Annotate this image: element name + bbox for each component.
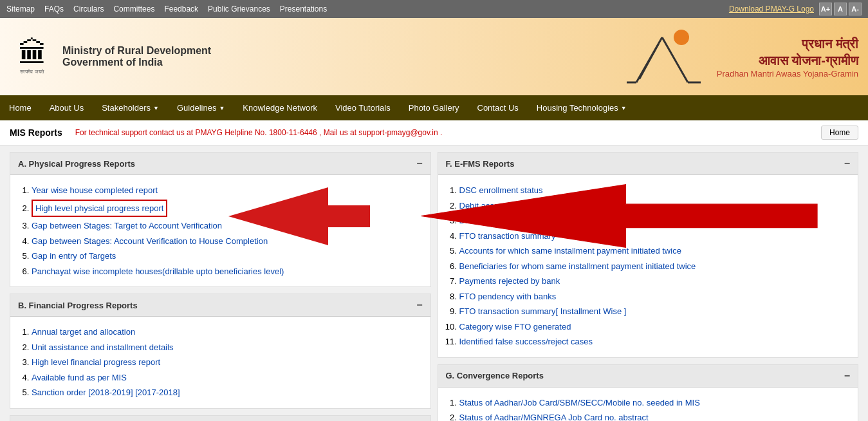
- nav-guidelines[interactable]: Guidelines ▼: [168, 95, 234, 120]
- download-logo-link[interactable]: Download PMAY-G Logo: [729, 5, 814, 14]
- report-link[interactable]: Year wise house completed report: [32, 185, 158, 195]
- section-a: A. Physical Progress Reports − Year wise…: [10, 152, 431, 287]
- report-link[interactable]: Category wise FTO generated: [459, 322, 571, 332]
- circulars-link[interactable]: Circulars: [73, 5, 104, 14]
- font-decrease-btn[interactable]: A-: [849, 3, 862, 15]
- faqs-link[interactable]: FAQs: [44, 5, 64, 14]
- report-link[interactable]: Beneficiaries registered,accounts frozen…: [459, 216, 654, 225]
- guidelines-arrow: ▼: [219, 105, 225, 111]
- font-increase-btn[interactable]: A+: [819, 3, 832, 15]
- home-button[interactable]: Home: [821, 126, 858, 140]
- section-c: C. Social Progress Reports − ...: [10, 415, 431, 422]
- nav-housing[interactable]: Housing Technologies ▼: [528, 95, 636, 120]
- report-link[interactable]: Available fund as per MIS: [32, 373, 127, 382]
- list-item: FTO transaction summary[ Installment Wis…: [459, 305, 849, 318]
- report-link[interactable]: Gap between Stages: Account Verification…: [32, 236, 268, 246]
- report-link[interactable]: Sanction order [2018-2019] [2017-2018]: [32, 388, 180, 397]
- svg-line-5: [640, 44, 659, 79]
- right-column: F. E-FMS Reports − DSC enrollment status…: [438, 152, 859, 421]
- feedback-link[interactable]: Feedback: [164, 5, 198, 14]
- list-item: FTO transaction summary: [459, 230, 849, 243]
- housing-arrow: ▼: [621, 105, 627, 111]
- list-item: Annual target and allocation: [32, 326, 421, 339]
- main-nav: Home About Us Stakeholders ▼ Guidelines …: [0, 95, 868, 120]
- section-a-header: A. Physical Progress Reports −: [10, 153, 430, 175]
- report-link[interactable]: Accounts for which same installment paym…: [459, 246, 681, 256]
- nav-contact[interactable]: Contact Us: [468, 95, 528, 120]
- section-a-toggle[interactable]: −: [416, 158, 422, 169]
- section-a-body: Year wise house completed report High le…: [10, 175, 430, 286]
- top-bar-links: Sitemap FAQs Circulars Committees Feedba…: [6, 5, 327, 14]
- section-b-body: Annual target and allocation Unit assist…: [10, 317, 430, 408]
- ministry-title: Ministry of Rural Development Government…: [62, 45, 211, 68]
- report-link[interactable]: DSC enrollment status: [459, 185, 543, 195]
- font-normal-btn[interactable]: A: [834, 3, 847, 15]
- top-bar-right: Download PMAY-G Logo A+ A A-: [729, 3, 862, 15]
- section-f-body: DSC enrollment status Debit account deta…: [438, 175, 858, 357]
- page-title: MIS Reports: [10, 127, 62, 138]
- section-c-header: C. Social Progress Reports −: [10, 416, 430, 422]
- header: 🏛 सत्यमेव जयते Ministry of Rural Develop…: [0, 18, 868, 95]
- report-link[interactable]: Payments rejected by bank: [459, 276, 560, 286]
- nav-video[interactable]: Video Tutorials: [326, 95, 400, 120]
- stakeholders-arrow: ▼: [153, 105, 159, 111]
- section-g-toggle[interactable]: −: [844, 370, 850, 382]
- list-item: Status of Aadhar/MGNREGA Job Card no. ab…: [459, 411, 849, 421]
- report-link[interactable]: Debit account details: [459, 201, 537, 210]
- report-link[interactable]: FTO transaction summary: [459, 231, 556, 241]
- left-column: A. Physical Progress Reports − Year wise…: [10, 152, 431, 421]
- nav-stakeholders[interactable]: Stakeholders ▼: [93, 95, 168, 120]
- report-link[interactable]: Status of Aadhar/MGNREGA Job Card no. ab…: [459, 413, 649, 421]
- section-b-header: B. Financial Progress Reports −: [10, 294, 430, 317]
- list-item: Accounts for which same installment paym…: [459, 245, 849, 257]
- nav-photo[interactable]: Photo Gallery: [400, 95, 468, 120]
- report-link[interactable]: Gap in entry of Targets: [32, 251, 116, 261]
- list-item: Gap between Stages: Account Verification…: [32, 235, 421, 248]
- list-item: Beneficiaries for whom same installment …: [459, 260, 849, 273]
- report-link[interactable]: Annual target and allocation: [32, 327, 135, 337]
- report-link-highlighted[interactable]: High level physical progress report: [32, 203, 167, 213]
- report-link[interactable]: FTO pendency with banks: [459, 292, 557, 301]
- section-f-title: F. E-FMS Reports: [446, 159, 515, 169]
- section-f: F. E-FMS Reports − DSC enrollment status…: [438, 152, 859, 358]
- report-link[interactable]: Gap between Stages: Target to Account Ve…: [32, 221, 222, 230]
- nav-home[interactable]: Home: [0, 95, 41, 120]
- pmay-title-text: प्रधान मंत्री आवास योजना-ग्रामीण Pradhan…: [717, 35, 858, 79]
- nav-about[interactable]: About Us: [41, 95, 93, 120]
- report-link[interactable]: Beneficiaries for whom same installment …: [459, 261, 696, 271]
- section-f-toggle[interactable]: −: [844, 158, 850, 169]
- section-b: B. Financial Progress Reports − Annual t…: [10, 294, 431, 409]
- section-g: G. Convergence Reports − Status of Aadha…: [438, 364, 859, 422]
- sitemap-link[interactable]: Sitemap: [6, 5, 35, 14]
- report-link[interactable]: Status of Aadhar/Job Card/SBM/SECC/Mobil…: [459, 398, 700, 407]
- report-link[interactable]: Unit assistance and installment details: [32, 342, 173, 352]
- header-right: प्रधान मंत्री आवास योजना-ग्रामीण Pradhan…: [623, 24, 858, 89]
- emblem-logo: 🏛 सत्यमेव जयते: [10, 31, 55, 82]
- section-b-toggle[interactable]: −: [416, 299, 422, 311]
- list-item: Category wise FTO generated: [459, 321, 849, 333]
- grievances-link[interactable]: Public Grievances: [208, 5, 270, 14]
- report-link[interactable]: FTO transaction summary[ Installment Wis…: [459, 306, 627, 316]
- svg-point-0: [674, 30, 689, 45]
- section-g-body: Status of Aadhar/Job Card/SBM/SECC/Mobil…: [438, 388, 858, 422]
- list-item: Gap in entry of Targets: [32, 250, 421, 263]
- list-item: Gap between Stages: Target to Account Ve…: [32, 220, 421, 232]
- font-size-controls: A+ A A-: [819, 3, 862, 15]
- presentations-link[interactable]: Presentations: [280, 5, 327, 14]
- nav-knowledge[interactable]: Knowledge Network: [234, 95, 326, 120]
- list-item: Payments rejected by bank: [459, 275, 849, 288]
- section-g-title: G. Convergence Reports: [446, 371, 544, 380]
- report-link[interactable]: Identified false success/reject cases: [459, 337, 593, 346]
- highlighted-text: High level physical progress report: [32, 200, 167, 218]
- list-item: Status of Aadhar/Job Card/SBM/SECC/Mobil…: [459, 397, 849, 409]
- section-b-title: B. Financial Progress Reports: [18, 301, 138, 310]
- section-a-title: A. Physical Progress Reports: [18, 159, 135, 169]
- reports-grid: A. Physical Progress Reports − Year wise…: [0, 145, 868, 421]
- committees-link[interactable]: Committees: [113, 5, 154, 14]
- list-item: Debit account details: [459, 200, 849, 212]
- list-item: DSC enrollment status: [459, 184, 849, 197]
- main-area: A. Physical Progress Reports − Year wise…: [0, 145, 868, 421]
- report-link[interactable]: Panchayat wise incomplete houses(drillab…: [32, 267, 284, 276]
- report-link[interactable]: High level financial progress report: [32, 357, 160, 367]
- section-g-header: G. Convergence Reports −: [438, 365, 858, 388]
